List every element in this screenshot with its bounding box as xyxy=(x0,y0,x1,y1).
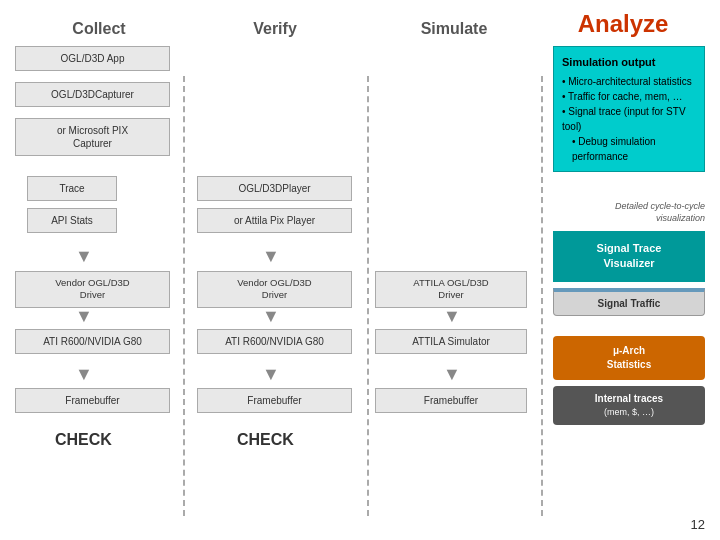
verify-arrow-1: ▼ xyxy=(262,246,280,267)
collect-framebuffer-box: Framebuffer xyxy=(15,388,170,413)
analyze-header: Analyze xyxy=(578,10,669,37)
sim-bullet-4: • Debug simulation performance xyxy=(562,134,696,164)
divider-collect-verify xyxy=(183,76,185,516)
divider-simulate-analyze xyxy=(541,76,543,516)
signal-traffic-box: Signal Traffic xyxy=(553,288,705,316)
collect-arrow-3: ▼ xyxy=(75,364,93,385)
collect-arrow-1: ▼ xyxy=(75,246,93,267)
collect-check-label: CHECK xyxy=(55,431,112,449)
simulate-arrow-2: ▼ xyxy=(443,364,461,385)
verify-gpu-box: ATI R600/NVIDIA G80 xyxy=(197,329,352,354)
simulation-output-box: Simulation output • Micro-architectural … xyxy=(553,46,705,172)
attila-simulator-box: ATTILA Simulator xyxy=(375,329,527,354)
sim-bullet-2: • Traffic for cache, mem, … xyxy=(562,89,696,104)
collect-gpu-box: ATI R600/NVIDIA G80 xyxy=(15,329,170,354)
trace-box: Trace xyxy=(27,176,117,201)
attila-driver-box: ATTILA OGL/D3D Driver xyxy=(375,271,527,308)
ogl-d3d-capturer-box: OGL/D3DCapturer xyxy=(15,82,170,107)
signal-trace-visualizer-box: Signal Trace Visualizer xyxy=(553,231,705,282)
simulate-arrow-1: ▼ xyxy=(443,306,461,327)
verify-vendor-driver-box: Vendor OGL/D3D Driver xyxy=(197,271,352,308)
verify-arrow-2: ▼ xyxy=(262,306,280,327)
sim-bullet-1: • Micro-architectural statistics xyxy=(562,74,696,89)
simulate-header: Simulate xyxy=(421,20,488,37)
verify-framebuffer-box: Framebuffer xyxy=(197,388,352,413)
collect-arrow-2: ▼ xyxy=(75,306,93,327)
mu-arch-stats-box: μ-Arch Statistics xyxy=(553,336,705,380)
api-stats-box: API Stats xyxy=(27,208,117,233)
simulate-framebuffer-box: Framebuffer xyxy=(375,388,527,413)
divider-verify-simulate xyxy=(367,76,369,516)
sim-output-title: Simulation output xyxy=(562,56,655,68)
verify-arrow-3: ▼ xyxy=(262,364,280,385)
attila-pix-player-box: or Attila Pix Player xyxy=(197,208,352,233)
ogl-d3d-app-box: OGL/D3D App xyxy=(15,46,170,71)
collect-header: Collect xyxy=(72,20,125,37)
collect-vendor-driver-box: Vendor OGL/D3D Driver xyxy=(15,271,170,308)
page-number: 12 xyxy=(691,517,705,532)
verify-header: Verify xyxy=(253,20,297,37)
internal-traces-box: Internal traces (mem, $, …) xyxy=(553,386,705,425)
ms-pix-capturer-box: or Microsoft PIX Capturer xyxy=(15,118,170,156)
verify-check-label: CHECK xyxy=(237,431,294,449)
cycle-label: Detailed cycle-to-cycle visualization xyxy=(553,201,705,224)
sim-bullet-3: • Signal trace (input for STV tool) xyxy=(562,104,696,134)
ogl-d3d-player-box: OGL/D3DPlayer xyxy=(197,176,352,201)
